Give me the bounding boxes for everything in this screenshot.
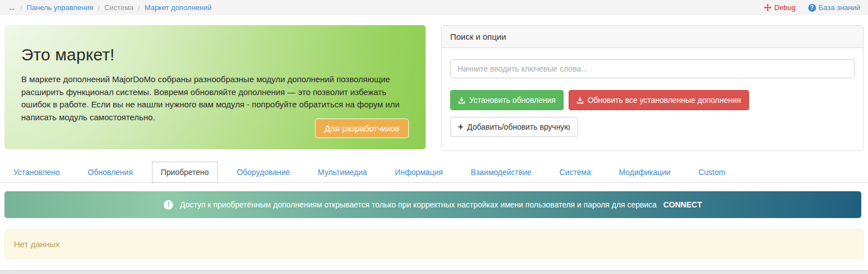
add-update-manually-button[interactable]: + Добавить/обновить вручную bbox=[450, 117, 578, 137]
notice-text: Доступ к приобретённым дополнениям откры… bbox=[180, 200, 656, 209]
download-icon bbox=[458, 97, 465, 104]
debug-link[interactable]: Debug bbox=[764, 3, 795, 12]
tab-installed[interactable]: Установлено bbox=[4, 162, 69, 183]
market-hero-panel: Это маркет! В маркете дополнений MajorDo… bbox=[4, 25, 426, 149]
market-category-tabs: Установлено Обновления Приобретено Обору… bbox=[0, 161, 868, 183]
tab-information[interactable]: Информация bbox=[386, 162, 452, 183]
top-columns: Это маркет! В маркете дополнений MajorDo… bbox=[4, 25, 864, 151]
breadcrumb-separator: / bbox=[138, 3, 140, 12]
update-buttons-row: Установить обновления Обновить все устан… bbox=[450, 90, 855, 110]
tab-purchased[interactable]: Приобретено bbox=[152, 162, 218, 183]
breadcrumb-control-panel-link[interactable]: Панель управления bbox=[27, 3, 93, 12]
hero-title: Это маркет! bbox=[21, 45, 409, 64]
move-arrows-icon bbox=[764, 4, 771, 11]
no-data-alert: Нет данных bbox=[4, 229, 864, 259]
add-update-manually-label: Добавить/обновить вручную bbox=[467, 122, 570, 131]
update-all-installed-button[interactable]: Обновить все установленные дополнения bbox=[569, 90, 749, 110]
question-circle-icon: ? bbox=[808, 4, 816, 12]
tab-modifications[interactable]: Модификации bbox=[610, 162, 680, 183]
topbar-right: Debug ? База знаний bbox=[764, 3, 860, 12]
footer-divider bbox=[0, 270, 868, 274]
download-icon bbox=[576, 97, 584, 104]
no-data-message: Нет данных bbox=[14, 239, 60, 249]
top-bar: ↔ / Панель управления / Система / Маркет… bbox=[0, 0, 868, 15]
plus-icon: + bbox=[458, 122, 463, 131]
connect-service-link[interactable]: CONNECT bbox=[664, 200, 702, 209]
tab-system[interactable]: Система bbox=[551, 162, 600, 183]
tab-updates[interactable]: Обновления bbox=[79, 162, 142, 183]
update-all-installed-label: Обновить все установленные дополнения bbox=[588, 96, 741, 105]
tab-interaction[interactable]: Взаимодействие bbox=[462, 162, 541, 183]
for-developers-button[interactable]: Для разработчиков bbox=[315, 119, 409, 138]
breadcrumb-separator: / bbox=[20, 3, 22, 12]
exclamation-circle-icon: ! bbox=[164, 200, 173, 210]
search-panel-title: Поиск и опции bbox=[442, 26, 863, 48]
search-panel-body: Установить обновления Обновить все устан… bbox=[442, 48, 863, 150]
breadcrumb-addons-market-link[interactable]: Маркет дополнений bbox=[145, 3, 212, 12]
connect-access-notice: ! Доступ к приобретённым дополнениям отк… bbox=[4, 191, 861, 218]
knowledge-base-link[interactable]: ? База знаний bbox=[808, 3, 861, 12]
keywords-search-input[interactable] bbox=[450, 59, 855, 78]
knowledge-base-label: База знаний bbox=[819, 3, 861, 12]
tab-multimedia[interactable]: Мультимедиа bbox=[309, 162, 376, 183]
tab-equipment[interactable]: Оборудование bbox=[228, 162, 299, 183]
debug-label: Debug bbox=[774, 3, 795, 12]
hero-description: В маркете дополнений MajorDoMo собраны р… bbox=[21, 73, 409, 124]
install-updates-label: Установить обновления bbox=[469, 96, 556, 105]
breadcrumb-system-label: Система bbox=[104, 3, 133, 12]
install-updates-button[interactable]: Установить обновления bbox=[450, 90, 564, 110]
breadcrumb: ↔ / Панель управления / Система / Маркет… bbox=[8, 3, 212, 12]
tab-custom[interactable]: Custom bbox=[689, 162, 734, 183]
breadcrumb-home-arrows-icon[interactable]: ↔ bbox=[8, 3, 16, 12]
search-options-panel: Поиск и опции Установить обновления Об bbox=[441, 25, 864, 151]
breadcrumb-separator: / bbox=[98, 3, 100, 12]
